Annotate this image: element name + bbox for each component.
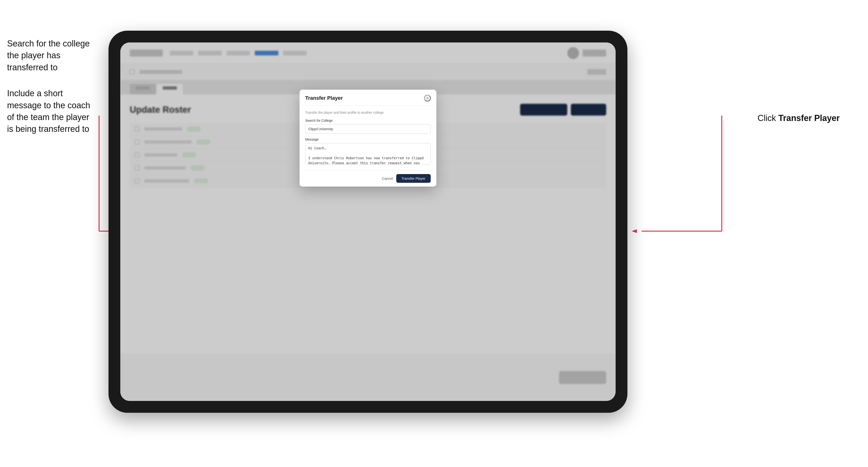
svg-marker-6 [632, 229, 637, 233]
annotation-right: Click Transfer Player [757, 113, 840, 123]
dialog-header: Transfer Player × [300, 90, 436, 106]
dialog-footer: Cancel Transfer Player [300, 170, 436, 187]
dialog-close-button[interactable]: × [424, 95, 431, 101]
annotation-search-text: Search for the college the player has tr… [7, 39, 90, 72]
tablet-screen: Update Roster [120, 42, 616, 401]
dialog-body: Transfer the player and their profile to… [300, 106, 436, 170]
dialog-subtitle: Transfer the player and their profile to… [305, 111, 431, 115]
dialog-title: Transfer Player [305, 95, 343, 101]
tablet-frame: Update Roster [108, 31, 627, 413]
cancel-button[interactable]: Cancel [382, 177, 393, 181]
message-textarea[interactable] [305, 143, 431, 164]
search-college-label: Search for College [305, 119, 431, 122]
transfer-player-button[interactable]: Transfer Player [396, 174, 431, 183]
modal-overlay: Transfer Player × Transfer the player an… [120, 42, 616, 401]
annotation-left: Search for the college the player has tr… [7, 38, 97, 135]
annotation-message-text: Include a short message to the coach of … [7, 88, 90, 134]
message-label: Message [305, 137, 431, 141]
search-college-input[interactable] [305, 124, 431, 134]
transfer-player-dialog: Transfer Player × Transfer the player an… [300, 90, 436, 187]
